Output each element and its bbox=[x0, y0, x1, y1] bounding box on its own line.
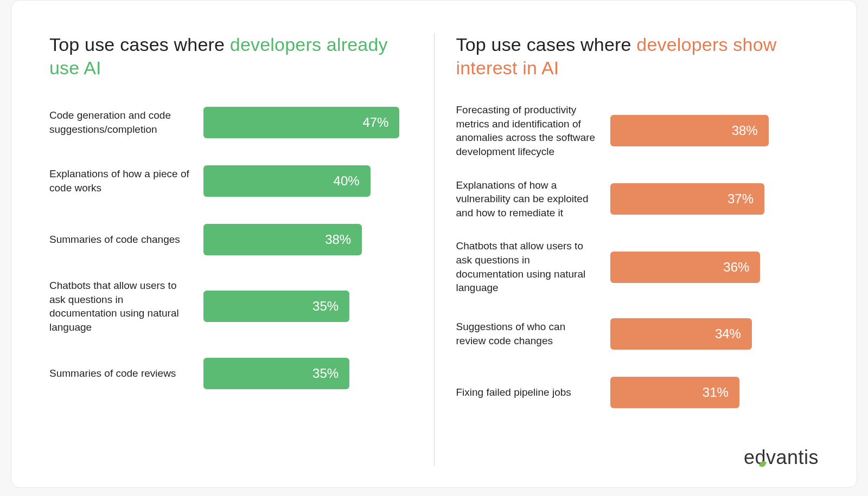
column-title-left: Top use cases where developers already u… bbox=[49, 33, 412, 79]
rows-right: Forecasting of productivity metrics and … bbox=[456, 103, 819, 412]
column-title-right: Top use cases where developers show inte… bbox=[456, 33, 819, 79]
bar-row: Chatbots that allow users to ask questio… bbox=[49, 279, 412, 334]
bar-value: 31% bbox=[703, 385, 729, 400]
bar-row: Code generation and code suggestions/com… bbox=[49, 103, 412, 142]
bar-row: Summaries of code reviews 35% bbox=[49, 354, 412, 393]
bar-label: Explanations of how a piece of code work… bbox=[49, 167, 190, 195]
bar-value: 36% bbox=[723, 260, 749, 275]
column-interest: Top use cases where developers show inte… bbox=[434, 33, 819, 466]
bar-track: 38% bbox=[610, 115, 819, 146]
bar: 35% bbox=[203, 291, 349, 322]
bar: 37% bbox=[610, 183, 765, 215]
bar-value: 34% bbox=[715, 326, 741, 342]
bar-row: Chatbots that allow users to ask questio… bbox=[456, 239, 819, 295]
bar: 38% bbox=[203, 224, 362, 255]
bar-value: 38% bbox=[732, 123, 758, 138]
brand-pre: e bbox=[744, 446, 755, 469]
bar-track: 34% bbox=[610, 318, 819, 350]
bar: 40% bbox=[203, 165, 371, 197]
bar-label: Explanations of how a vulnerability can … bbox=[456, 178, 597, 220]
bar-label: Summaries of code reviews bbox=[49, 366, 190, 381]
column-already-use: Top use cases where developers already u… bbox=[49, 33, 434, 466]
bar-label: Chatbots that allow users to ask questio… bbox=[49, 279, 190, 334]
bar-label: Chatbots that allow users to ask questio… bbox=[456, 239, 597, 295]
title-pre: Top use cases where bbox=[456, 34, 637, 55]
chart-card: Top use cases where developers already u… bbox=[11, 0, 857, 488]
bar-value: 38% bbox=[325, 232, 351, 247]
bar-track: 35% bbox=[203, 291, 412, 322]
bar-value: 35% bbox=[312, 299, 339, 314]
bar-row: Explanations of how a piece of code work… bbox=[49, 162, 412, 201]
bar-value: 37% bbox=[727, 191, 754, 207]
bar-track: 31% bbox=[610, 377, 819, 408]
bar-row: Explanations of how a vulnerability can … bbox=[456, 178, 819, 220]
bar-value: 40% bbox=[334, 173, 360, 189]
bar: 34% bbox=[610, 318, 752, 350]
bar-track: 38% bbox=[203, 224, 412, 255]
bar-track: 37% bbox=[610, 183, 819, 215]
bar-track: 35% bbox=[203, 358, 412, 389]
columns: Top use cases where developers already u… bbox=[49, 33, 819, 466]
bar: 36% bbox=[610, 252, 761, 283]
bar-row: Forecasting of productivity metrics and … bbox=[456, 103, 819, 159]
brand-logo: edvantis bbox=[744, 446, 819, 469]
bar: 47% bbox=[203, 107, 399, 138]
bar: 35% bbox=[203, 358, 349, 389]
bar: 38% bbox=[610, 115, 769, 146]
bar-row: Summaries of code changes 38% bbox=[49, 220, 412, 259]
bar-value: 35% bbox=[312, 366, 339, 381]
bar-label: Summaries of code changes bbox=[49, 233, 190, 247]
bar-label: Fixing failed pipeline jobs bbox=[456, 385, 597, 400]
rows-left: Code generation and code suggestions/com… bbox=[49, 103, 412, 393]
bar-track: 40% bbox=[203, 165, 412, 197]
bar-label: Suggestions of who can review code chang… bbox=[456, 320, 597, 347]
bar-row: Suggestions of who can review code chang… bbox=[456, 314, 819, 353]
bar-label: Forecasting of productivity metrics and … bbox=[456, 103, 597, 159]
bar-row: Fixing failed pipeline jobs 31% bbox=[456, 373, 819, 412]
bar-value: 47% bbox=[362, 115, 388, 130]
title-pre: Top use cases where bbox=[49, 34, 230, 55]
bar-track: 47% bbox=[203, 107, 412, 138]
bar-track: 36% bbox=[610, 252, 819, 283]
bar-label: Code generation and code suggestions/com… bbox=[49, 108, 190, 136]
bar: 31% bbox=[610, 377, 739, 408]
